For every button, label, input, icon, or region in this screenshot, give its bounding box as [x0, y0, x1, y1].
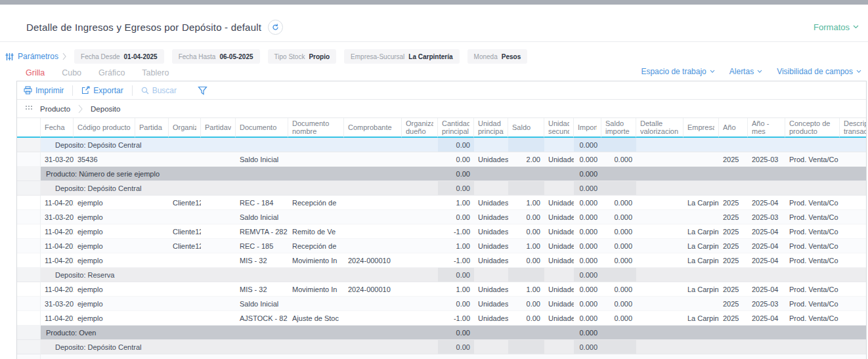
cell-cantidad_principal: 0.00	[438, 152, 474, 167]
cell-organizacion_dueno	[402, 210, 438, 224]
cell-concepto: Prod. Venta/Co	[785, 354, 840, 359]
formatos-dropdown[interactable]: Formatos	[814, 22, 859, 32]
column-header-concepto[interactable]: Concepto de producto	[785, 118, 840, 138]
chip-label: Empresa-Sucursal	[351, 53, 404, 60]
filter-button[interactable]	[198, 86, 207, 95]
cell-partida	[135, 311, 169, 326]
cell-fecha: 31-03-2025	[41, 297, 74, 311]
cell-organizacion: Cliente12	[169, 239, 201, 253]
column-header-documento[interactable]: Documento	[236, 118, 288, 138]
cell-anio_mes: 2025-04	[748, 311, 785, 326]
cell-anio: 2025	[719, 239, 748, 253]
cell-fecha: 11-04-2025	[41, 196, 74, 210]
group-row-producto[interactable]: Producto: Número de serie ejemplo0.000.0…	[17, 167, 867, 181]
group-row-deposito[interactable]: Deposito: Reserva0.000.000	[17, 268, 867, 282]
param-chip-moneda[interactable]: Moneda Pesos	[467, 49, 528, 64]
column-header-empresa[interactable]: Empresa	[684, 118, 719, 138]
column-header-importe[interactable]: Importe	[574, 118, 601, 138]
row-handle-cell	[17, 297, 41, 311]
cell-organizacion	[169, 253, 201, 268]
group-item-producto[interactable]: Producto	[40, 105, 70, 113]
cell-empresa	[684, 297, 719, 311]
cell-anio_mes: 2025-04	[748, 196, 785, 210]
column-header-comprobante[interactable]: Comprobante	[344, 118, 402, 138]
cell-fecha: 31-03-2025	[41, 354, 74, 359]
cell-saldo_importe: 0.000	[601, 210, 636, 224]
column-header-organizacion_dueno[interactable]: Organización dueño	[402, 118, 438, 138]
tab-tablero[interactable]: Tablero	[142, 68, 169, 79]
group-row-deposito[interactable]: Deposito: Depósito Central0.000.000	[17, 181, 867, 196]
alertas-dropdown[interactable]: Alertas	[729, 66, 762, 77]
cell-partida	[135, 196, 169, 210]
column-header-detalle_valorizacion[interactable]: Detalle valorizacion	[636, 118, 684, 138]
group-row-producto[interactable]: Producto: Oven0.000.000	[17, 326, 867, 340]
column-header-anio[interactable]: Año	[719, 118, 748, 138]
column-header-partida[interactable]: Partida	[135, 118, 169, 138]
column-header-codigo[interactable]: Código producto	[74, 118, 135, 138]
cell-unidad_secundaria	[544, 354, 574, 359]
column-header-unidad_secundaria[interactable]: Unidad secundaria	[544, 118, 574, 138]
refresh-button[interactable]	[268, 20, 283, 35]
cell-cantidad_principal: 1.00	[438, 239, 474, 253]
cell-detalle_valorizacion	[636, 253, 684, 268]
column-header-descripcion[interactable]: Descripción transacción	[840, 118, 867, 138]
group-row-deposito[interactable]: Deposito: Depósito Central0.000.000	[17, 340, 867, 354]
cell-descripcion	[840, 297, 867, 311]
cell-unidad_principal: Unidades	[474, 282, 508, 297]
tab-cubo[interactable]: Cubo	[62, 68, 81, 79]
column-header-anio_mes[interactable]: Año - mes	[748, 118, 785, 138]
param-chip-fecha-desde[interactable]: Fecha Desde 01-04-2025	[74, 49, 164, 64]
cell-partidavto	[201, 224, 236, 239]
espacio-de-trabajo-dropdown[interactable]: Espacio de trabajo	[641, 66, 714, 77]
chevron-right-icon	[62, 53, 66, 60]
table-row[interactable]: 11-04-2025ejemploCliente12REC - 184Recep…	[17, 196, 867, 210]
cell-empresa: La Carpintería	[684, 239, 719, 253]
column-header-documento_nombre[interactable]: Documento nombre	[288, 118, 344, 138]
table-row[interactable]: 11-04-2025ejemploCliente12REC - 185Recep…	[17, 239, 867, 253]
cell-documento: REC - 184	[236, 196, 288, 210]
table-row[interactable]: 31-03-202535436Saldo Inicial0.00Unidades…	[17, 152, 867, 167]
column-header-organizacion[interactable]: Organización	[169, 118, 201, 138]
cell-unidad_principal	[474, 268, 508, 282]
cell-saldo_importe	[601, 326, 636, 340]
column-header-fecha[interactable]: Fecha	[41, 118, 74, 138]
cell-unidad_principal: Unidades	[474, 152, 508, 167]
parameters-toggle[interactable]: Parámetros	[5, 52, 66, 61]
group-label: Deposito: Depósito Central	[41, 181, 438, 196]
column-header-cantidad_principal[interactable]: Cantidad principal	[438, 118, 474, 138]
table-row[interactable]: 11-04-2025ejemploCliente12REMVTA - 282Re…	[17, 224, 867, 239]
cell-saldo: 1.00	[508, 282, 544, 297]
param-chip-tipo-stock[interactable]: Tipo Stock Propio	[268, 49, 337, 64]
column-header-saldo_importe[interactable]: Saldo importe	[601, 118, 636, 138]
table-row[interactable]: 11-04-2025ejemploMIS - 32Movimiento In20…	[17, 253, 867, 268]
chip-label: Fecha Hasta	[179, 53, 216, 60]
table-row[interactable]: 31-03-2025ejemploSaldo Inicial0.00Unidad…	[17, 210, 867, 224]
cell-saldo	[508, 340, 544, 354]
visibilidad-de-campos-dropdown[interactable]: Visibilidad de campos	[777, 66, 861, 77]
cell-unidad_principal: Unidades	[474, 297, 508, 311]
table-row[interactable]: 11-04-2025ejemploMIS - 32Movimiento In20…	[17, 282, 867, 297]
group-row-filler	[636, 167, 867, 181]
exportar-button[interactable]: Exportar	[81, 86, 123, 95]
param-chip-fecha-hasta[interactable]: Fecha Hasta 06-05-2025	[172, 49, 260, 64]
group-row-deposito[interactable]: Deposito: Depósito Central0.000.000	[17, 138, 867, 152]
param-chip-empresa-sucursal[interactable]: Empresa-Sucursal La Carpintería	[344, 49, 460, 64]
table-row[interactable]: 31-03-2025ejemploSaldo Inicial0.00Unidad…	[17, 297, 867, 311]
buscar-button[interactable]: Buscar	[141, 86, 177, 95]
table-row[interactable]: 11-04-2025ejemploAJSTOCK - 82Ajuste de S…	[17, 311, 867, 326]
group-item-deposito[interactable]: Deposito	[91, 105, 120, 113]
cell-unidad_secundaria: Unidades	[544, 297, 574, 311]
column-header-partidavto[interactable]: Partidavto	[201, 118, 236, 138]
tab-grilla[interactable]: Grilla	[26, 68, 45, 79]
column-header-handle[interactable]	[17, 118, 41, 138]
tab-grafico[interactable]: Gráfico	[98, 68, 125, 79]
column-header-unidad_principal[interactable]: Unidad principal	[474, 118, 508, 138]
table-row[interactable]: 31-03-2025OvenSaldo Inicial0.00Unidades7…	[17, 354, 867, 359]
column-header-saldo[interactable]: Saldo	[508, 118, 544, 138]
printer-icon	[24, 86, 32, 95]
cell-anio: 2025	[719, 152, 748, 167]
imprimir-button[interactable]: Imprimir	[24, 86, 64, 95]
row-handle-cell	[17, 196, 41, 210]
cell-importe: 0.000	[574, 224, 601, 239]
cell-saldo: 0.00	[508, 297, 544, 311]
